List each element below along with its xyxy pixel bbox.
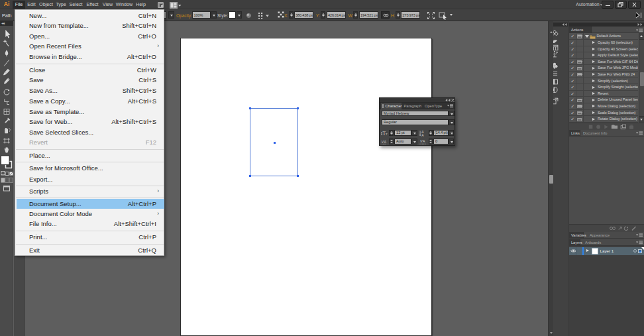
svg-text:A: A xyxy=(384,140,387,144)
svg-text:T: T xyxy=(386,133,388,136)
svg-text:A: A xyxy=(421,133,424,136)
svg-text:A: A xyxy=(423,139,425,143)
